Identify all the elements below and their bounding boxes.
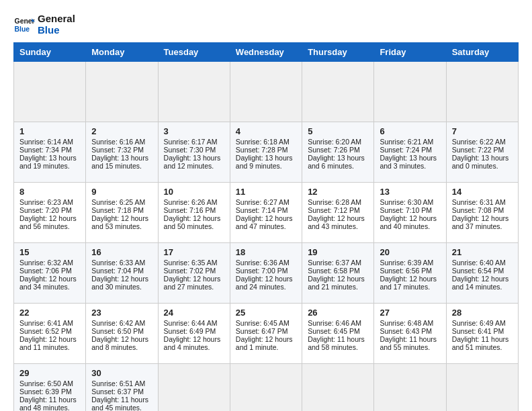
day-number: 4: [236, 126, 296, 136]
day-info-line: Sunset: 6:49 PM: [164, 327, 224, 335]
day-number: 19: [308, 247, 368, 257]
day-info-line: Sunrise: 6:33 AM: [91, 259, 152, 267]
day-number: 18: [236, 247, 296, 257]
day-number: 2: [91, 126, 152, 136]
day-number: 16: [91, 247, 152, 257]
day-info-line: Daylight: 12 hours: [91, 214, 152, 222]
day-info-line: Sunset: 6:43 PM: [380, 327, 440, 335]
calendar-cell: [158, 364, 230, 412]
day-number: 25: [236, 308, 296, 318]
calendar-cell: 28Sunrise: 6:49 AMSunset: 6:41 PMDayligh…: [446, 304, 518, 364]
day-info-line: Sunset: 7:28 PM: [236, 146, 296, 154]
day-info-line: Sunrise: 6:36 AM: [236, 259, 296, 267]
day-info-line: and 11 minutes.: [19, 343, 80, 351]
day-info-line: Sunrise: 6:27 AM: [236, 198, 296, 206]
day-info-line: Sunset: 6:52 PM: [19, 327, 80, 335]
day-info-line: Sunrise: 6:49 AM: [452, 319, 513, 327]
logo-general: General: [38, 13, 75, 25]
day-info-line: Daylight: 12 hours: [164, 214, 224, 222]
day-info-line: Sunrise: 6:42 AM: [91, 319, 152, 327]
day-info-line: Sunset: 7:20 PM: [19, 206, 80, 214]
calendar-cell: [446, 364, 518, 412]
day-info-line: Sunset: 7:30 PM: [164, 146, 224, 154]
day-info-line: Sunset: 7:02 PM: [164, 267, 224, 275]
calendar-cell: 16Sunrise: 6:33 AMSunset: 7:04 PMDayligh…: [86, 243, 158, 304]
day-info-line: Daylight: 11 hours: [452, 335, 513, 343]
day-info-line: Daylight: 13 hours: [91, 154, 152, 162]
day-info-line: Sunset: 7:00 PM: [236, 267, 296, 275]
col-header-saturday: Saturday: [446, 43, 518, 62]
day-info-line: and 43 minutes.: [308, 222, 368, 230]
day-info-line: and 37 minutes.: [452, 222, 513, 230]
day-info-line: Daylight: 12 hours: [236, 214, 296, 222]
day-info-line: and 40 minutes.: [380, 222, 440, 230]
day-number: 13: [380, 187, 440, 197]
day-info-line: Daylight: 12 hours: [452, 275, 513, 283]
day-info-line: and 15 minutes.: [91, 162, 152, 170]
day-info-line: Sunrise: 6:28 AM: [308, 198, 368, 206]
day-info-line: Daylight: 11 hours: [380, 335, 440, 343]
day-number: 9: [91, 187, 152, 197]
day-info-line: Sunrise: 6:14 AM: [19, 138, 80, 146]
day-info-line: Daylight: 12 hours: [164, 275, 224, 283]
day-info-line: Daylight: 12 hours: [236, 335, 296, 343]
day-info-line: and 47 minutes.: [236, 222, 296, 230]
col-header-tuesday: Tuesday: [158, 43, 230, 62]
day-info-line: and 50 minutes.: [164, 222, 224, 230]
calendar-cell: 3Sunrise: 6:17 AMSunset: 7:30 PMDaylight…: [158, 122, 230, 183]
col-header-friday: Friday: [374, 43, 446, 62]
day-number: 3: [164, 126, 224, 136]
svg-text:Blue: Blue: [15, 26, 30, 33]
calendar-cell: 14Sunrise: 6:31 AMSunset: 7:08 PMDayligh…: [446, 183, 518, 243]
day-info-line: and 1 minute.: [236, 343, 296, 351]
day-info-line: Sunset: 7:18 PM: [91, 206, 152, 214]
calendar-cell: [86, 62, 158, 122]
week-row-1: [14, 62, 519, 122]
day-number: 12: [308, 187, 368, 197]
calendar-cell: 29Sunrise: 6:50 AMSunset: 6:39 PMDayligh…: [14, 364, 86, 412]
day-number: 8: [19, 187, 80, 197]
day-info-line: Daylight: 12 hours: [19, 214, 80, 222]
logo-blue: Blue: [38, 25, 75, 36]
day-info-line: Sunset: 7:08 PM: [452, 206, 513, 214]
day-info-line: and 8 minutes.: [91, 343, 152, 351]
day-info-line: Daylight: 13 hours: [19, 154, 80, 162]
calendar-cell: 26Sunrise: 6:46 AMSunset: 6:45 PMDayligh…: [302, 304, 374, 364]
day-info-line: Sunset: 6:56 PM: [380, 267, 440, 275]
calendar-cell: 15Sunrise: 6:32 AMSunset: 7:06 PMDayligh…: [14, 243, 86, 304]
day-number: 17: [164, 247, 224, 257]
day-info-line: Daylight: 12 hours: [19, 275, 80, 283]
day-info-line: Sunset: 6:47 PM: [236, 327, 296, 335]
calendar-header-row: SundayMondayTuesdayWednesdayThursdayFrid…: [14, 43, 519, 62]
day-info-line: Sunrise: 6:45 AM: [236, 319, 296, 327]
day-info-line: and 9 minutes.: [236, 162, 296, 170]
day-info-line: Sunrise: 6:46 AM: [308, 319, 368, 327]
day-info-line: Sunset: 7:22 PM: [452, 146, 513, 154]
calendar-cell: 4Sunrise: 6:18 AMSunset: 7:28 PMDaylight…: [230, 122, 302, 183]
day-info-line: Sunrise: 6:17 AM: [164, 138, 224, 146]
day-info-line: Daylight: 12 hours: [380, 214, 440, 222]
day-number: 5: [308, 126, 368, 136]
day-info-line: Daylight: 12 hours: [236, 275, 296, 283]
day-info-line: Daylight: 12 hours: [308, 275, 368, 283]
day-info-line: Sunset: 7:10 PM: [380, 206, 440, 214]
calendar-cell: 27Sunrise: 6:48 AMSunset: 6:43 PMDayligh…: [374, 304, 446, 364]
day-info-line: Daylight: 12 hours: [91, 335, 152, 343]
calendar-cell: 7Sunrise: 6:22 AMSunset: 7:22 PMDaylight…: [446, 122, 518, 183]
day-info-line: and 45 minutes.: [91, 404, 152, 411]
calendar-cell: [446, 62, 518, 122]
day-info-line: Sunrise: 6:48 AM: [380, 319, 440, 327]
day-info-line: Daylight: 13 hours: [164, 154, 224, 162]
day-info-line: Daylight: 13 hours: [308, 154, 368, 162]
col-header-wednesday: Wednesday: [230, 43, 302, 62]
day-info-line: Daylight: 12 hours: [308, 214, 368, 222]
day-info-line: and 0 minutes.: [452, 162, 513, 170]
day-info-line: and 3 minutes.: [380, 162, 440, 170]
day-number: 28: [452, 308, 513, 318]
calendar-cell: 25Sunrise: 6:45 AMSunset: 6:47 PMDayligh…: [230, 304, 302, 364]
day-info-line: and 58 minutes.: [308, 343, 368, 351]
calendar-cell: 18Sunrise: 6:36 AMSunset: 7:00 PMDayligh…: [230, 243, 302, 304]
day-info-line: Sunrise: 6:25 AM: [91, 198, 152, 206]
day-info-line: Sunrise: 6:23 AM: [19, 198, 80, 206]
day-info-line: Daylight: 11 hours: [308, 335, 368, 343]
